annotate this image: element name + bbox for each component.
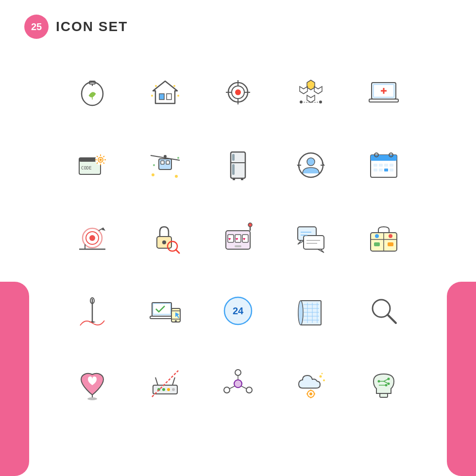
svg-line-25 [311,102,321,102]
svg-line-151 [230,386,235,389]
svg-point-166 [388,378,390,380]
svg-rect-110 [388,242,393,246]
svg-point-83 [162,240,166,244]
svg-text:CODE: CODE [81,166,92,170]
svg-rect-49 [161,161,164,164]
svg-rect-109 [374,242,380,246]
svg-rect-115 [150,316,173,319]
svg-point-139 [162,388,165,391]
svg-rect-71 [374,169,377,171]
svg-point-52 [175,175,178,178]
icon-target-aim[interactable] [204,58,272,126]
svg-line-150 [241,386,246,389]
svg-marker-19 [300,86,307,94]
icon-responsive-devices[interactable] [131,277,199,345]
svg-rect-74 [390,169,393,171]
icon-portfolio-bag[interactable] [350,204,418,272]
icon-user-sync[interactable] [277,131,345,199]
icon-love-location[interactable] [58,350,126,418]
svg-rect-98 [304,236,324,249]
svg-point-94 [248,223,252,227]
page-title: ICON SET [56,19,128,34]
svg-point-77 [89,235,95,241]
icon-honeycomb-network[interactable] [277,58,345,126]
icon-security-search[interactable] [131,204,199,272]
svg-rect-68 [379,164,383,167]
icon-code-settings[interactable]: CODE [58,131,126,199]
svg-line-24 [301,102,311,102]
icon-calendar-web[interactable] [350,131,418,199]
svg-point-165 [378,380,380,383]
icon-slot-machine[interactable]: ♥ ♥ ♥ [204,204,272,272]
svg-point-8 [173,85,175,87]
svg-point-53 [153,164,155,166]
icon-blueprint-plan[interactable] [277,277,345,345]
svg-rect-5 [159,94,164,100]
svg-point-13 [235,89,241,95]
svg-rect-50 [166,161,170,164]
icon-eco-timer[interactable] [58,58,126,126]
svg-point-62 [307,158,315,166]
svg-point-159 [323,379,325,381]
icon-grid: CODE [24,58,452,418]
svg-marker-20 [314,86,322,94]
svg-point-146 [235,370,241,375]
icon-cable-car[interactable] [131,131,199,199]
svg-text:♥: ♥ [236,237,238,241]
svg-rect-57 [232,154,235,161]
svg-rect-59 [233,178,235,180]
svg-point-140 [167,388,170,391]
page-header: 25 ICON SET [24,15,452,39]
svg-point-167 [388,383,390,385]
svg-point-54 [177,157,179,159]
svg-marker-18 [307,80,315,90]
svg-point-51 [152,173,154,176]
svg-point-9 [151,95,153,97]
svg-point-148 [224,387,230,393]
svg-point-160 [322,373,323,374]
icon-count-badge: 25 [24,15,49,39]
svg-rect-70 [390,164,393,167]
icon-smart-home[interactable] [131,58,199,126]
svg-rect-169 [380,393,388,397]
icon-search-magnifier[interactable] [350,277,418,345]
svg-point-7 [155,85,157,87]
icon-cloud-settings[interactable] [277,350,345,418]
svg-point-145 [234,380,242,388]
svg-point-158 [320,375,322,378]
svg-marker-21 [307,95,315,102]
svg-rect-69 [384,164,388,167]
svg-point-119 [175,320,177,322]
svg-point-141 [172,388,175,391]
svg-marker-99 [318,249,324,253]
icon-ai-head[interactable] [350,350,418,418]
svg-point-108 [389,234,392,238]
svg-line-134 [388,315,396,323]
svg-point-107 [375,234,379,238]
icon-chat-messages[interactable] [277,204,345,272]
svg-rect-72 [379,169,383,171]
icon-medical-laptop[interactable] [350,58,418,126]
svg-rect-28 [369,99,398,102]
icon-network-cable[interactable] [131,350,199,418]
icon-refrigerator[interactable] [204,131,272,199]
svg-text:24: 24 [233,306,244,316]
svg-point-153 [309,392,312,395]
icon-network-nodes[interactable] [204,350,272,418]
svg-point-168 [385,384,388,387]
svg-point-10 [177,95,179,97]
svg-point-36 [100,159,102,161]
svg-point-136 [87,397,97,400]
svg-rect-6 [167,94,171,100]
svg-line-142 [155,377,158,385]
icon-24-hours[interactable]: 24 [204,277,272,345]
svg-point-147 [246,387,252,393]
icon-sewing-needle[interactable] [58,277,126,345]
svg-text:♥: ♥ [243,237,245,241]
svg-point-124 [298,301,303,325]
svg-text:♥: ♥ [228,237,231,241]
svg-rect-95 [235,245,241,247]
svg-point-48 [164,155,167,158]
svg-rect-73 [384,169,388,171]
icon-goal-target[interactable] [58,204,126,272]
